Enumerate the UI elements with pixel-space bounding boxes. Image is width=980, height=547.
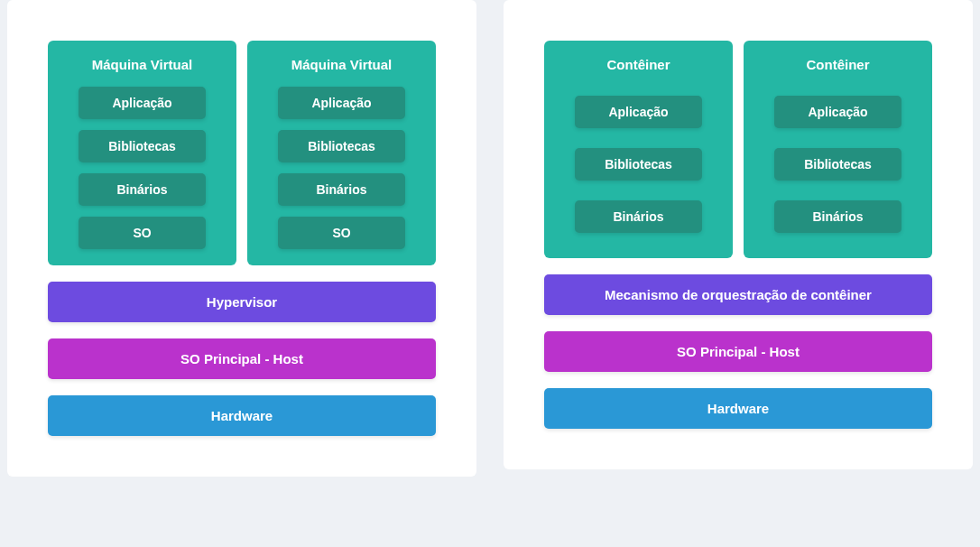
container-host-os-layer: SO Principal - Host bbox=[544, 331, 932, 372]
container-box-1-libs: Bibliotecas bbox=[575, 148, 702, 181]
vm-box-1-title: Máquina Virtual bbox=[92, 57, 192, 72]
orchestration-layer: Mecanismo de orquestração de contêiner bbox=[544, 274, 932, 315]
vm-panel: Máquina Virtual Aplicação Bibliotecas Bi… bbox=[7, 0, 476, 477]
vm-box-1-app: Aplicação bbox=[79, 87, 206, 119]
container-box-2-title: Contêiner bbox=[806, 57, 869, 72]
vm-box-2-app: Aplicação bbox=[278, 87, 405, 119]
container-box-2-bins: Binários bbox=[774, 200, 901, 233]
vm-box-1-os: SO bbox=[79, 217, 206, 249]
vm-box-2-os: SO bbox=[278, 217, 405, 249]
vm-box-row: Máquina Virtual Aplicação Bibliotecas Bi… bbox=[48, 41, 436, 265]
container-box-2: Contêiner Aplicação Bibliotecas Binários bbox=[744, 41, 932, 258]
vm-box-1-bins: Binários bbox=[79, 173, 206, 206]
container-panel: Contêiner Aplicação Bibliotecas Binários… bbox=[504, 0, 973, 469]
vm-box-1-libs: Bibliotecas bbox=[79, 130, 206, 162]
container-box-1-app: Aplicação bbox=[575, 96, 702, 128]
container-hardware-layer: Hardware bbox=[544, 388, 932, 429]
container-box-1-title: Contêiner bbox=[606, 57, 670, 72]
container-box-1-bins: Binários bbox=[575, 200, 702, 233]
vm-box-2-bins: Binários bbox=[278, 173, 405, 206]
vm-box-1: Máquina Virtual Aplicação Bibliotecas Bi… bbox=[48, 41, 236, 265]
container-box-2-libs: Bibliotecas bbox=[774, 148, 901, 181]
hypervisor-layer: Hypervisor bbox=[48, 282, 436, 322]
vm-host-os-layer: SO Principal - Host bbox=[48, 338, 436, 379]
vm-box-2-libs: Bibliotecas bbox=[278, 130, 405, 162]
vm-box-2: Máquina Virtual Aplicação Bibliotecas Bi… bbox=[247, 41, 436, 265]
container-box-2-app: Aplicação bbox=[774, 96, 901, 128]
vm-hardware-layer: Hardware bbox=[48, 395, 436, 436]
vm-box-2-title: Máquina Virtual bbox=[291, 57, 392, 72]
container-box-row: Contêiner Aplicação Bibliotecas Binários… bbox=[544, 41, 932, 258]
container-box-1: Contêiner Aplicação Bibliotecas Binários bbox=[544, 41, 733, 258]
